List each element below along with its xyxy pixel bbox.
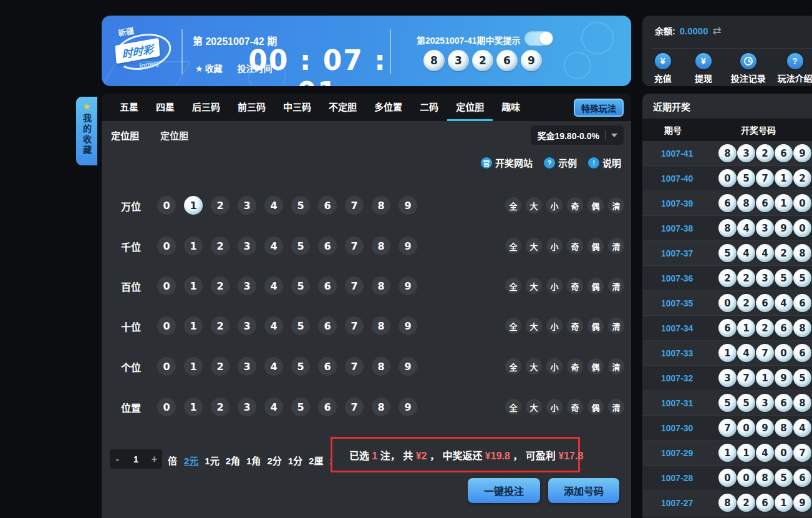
period-link[interactable]: 1007-28 xyxy=(661,473,705,483)
digit-ball-0[interactable]: 0 xyxy=(157,316,176,335)
digit-ball-6[interactable]: 6 xyxy=(318,357,337,376)
period-link[interactable]: 1007-38 xyxy=(661,223,705,233)
link-开奖网站[interactable]: 官开奖网站 xyxy=(481,156,533,169)
my-favorites-tab[interactable]: ★ 我的收藏 xyxy=(76,97,97,165)
digit-ball-3[interactable]: 3 xyxy=(238,196,256,215)
special-plays-button[interactable]: 特殊玩法 xyxy=(574,99,624,117)
digit-ball-3[interactable]: 3 xyxy=(238,276,256,295)
quick-小[interactable]: 小 xyxy=(546,399,563,415)
tab-中三码[interactable]: 中三码 xyxy=(274,94,320,121)
digit-ball-6[interactable]: 6 xyxy=(318,237,337,255)
digit-ball-9[interactable]: 9 xyxy=(399,276,417,295)
quick-奇[interactable]: 奇 xyxy=(567,197,583,213)
tab-定位胆[interactable]: 定位胆 xyxy=(447,94,493,121)
unit-2厘[interactable]: 2厘 xyxy=(309,454,323,467)
link-示例[interactable]: ?示例 xyxy=(544,156,577,169)
digit-ball-1[interactable]: 1 xyxy=(184,237,203,255)
quick-偶[interactable]: 偶 xyxy=(587,278,604,294)
digit-ball-5[interactable]: 5 xyxy=(291,237,310,255)
digit-ball-2[interactable]: 2 xyxy=(211,237,230,255)
digit-ball-1[interactable]: 1 xyxy=(184,398,203,416)
digit-ball-5[interactable]: 5 xyxy=(291,357,310,376)
digit-ball-3[interactable]: 3 xyxy=(238,398,256,416)
period-link[interactable]: 1007-35 xyxy=(661,298,705,308)
minus-button[interactable]: - xyxy=(110,454,125,465)
quick-全[interactable]: 全 xyxy=(505,399,521,415)
quick-偶[interactable]: 偶 xyxy=(587,358,604,374)
unit-2分[interactable]: 2分 xyxy=(267,454,281,467)
quick-偶[interactable]: 偶 xyxy=(587,238,604,254)
digit-ball-5[interactable]: 5 xyxy=(291,316,310,335)
digit-ball-0[interactable]: 0 xyxy=(157,357,176,376)
quick-奇[interactable]: 奇 xyxy=(567,278,583,294)
digit-ball-3[interactable]: 3 xyxy=(238,316,256,335)
digit-ball-6[interactable]: 6 xyxy=(318,398,337,416)
quick-奇[interactable]: 奇 xyxy=(567,399,583,415)
digit-ball-7[interactable]: 7 xyxy=(345,357,364,376)
unit-1角[interactable]: 1角 xyxy=(246,454,261,467)
digit-ball-1[interactable]: 1 xyxy=(184,276,203,295)
tab-多位置[interactable]: 多位置 xyxy=(365,94,411,121)
quick-全[interactable]: 全 xyxy=(505,358,521,374)
quick-清[interactable]: 清 xyxy=(608,318,624,334)
digit-ball-9[interactable]: 9 xyxy=(399,196,417,215)
quick-大[interactable]: 大 xyxy=(526,197,542,213)
digit-ball-8[interactable]: 8 xyxy=(372,398,390,416)
tab-五星[interactable]: 五星 xyxy=(111,94,147,121)
period-link[interactable]: 1007-40 xyxy=(661,173,705,183)
period-link[interactable]: 1007-34 xyxy=(661,323,705,333)
unit-1分[interactable]: 1分 xyxy=(288,454,302,467)
win-tip-toggle[interactable] xyxy=(524,31,553,46)
digit-ball-1[interactable]: 1 xyxy=(184,196,203,215)
tab-趣味[interactable]: 趣味 xyxy=(493,94,529,121)
quick-偶[interactable]: 偶 xyxy=(587,197,604,213)
quick-偶[interactable]: 偶 xyxy=(587,318,604,334)
tab-二码[interactable]: 二码 xyxy=(411,94,447,121)
quick-奇[interactable]: 奇 xyxy=(567,318,583,334)
period-link[interactable]: 1007-27 xyxy=(661,498,705,508)
quick-大[interactable]: 大 xyxy=(526,358,542,374)
quick-清[interactable]: 清 xyxy=(608,197,624,213)
digit-ball-7[interactable]: 7 xyxy=(345,276,364,295)
account-action-yen[interactable]: ¥充值 xyxy=(642,53,683,84)
digit-ball-7[interactable]: 7 xyxy=(345,316,364,335)
digit-ball-2[interactable]: 2 xyxy=(211,276,230,295)
unit-1元[interactable]: 1元 xyxy=(205,454,219,467)
digit-ball-6[interactable]: 6 xyxy=(318,316,337,335)
subtab-0[interactable]: 定位胆 xyxy=(111,129,139,142)
tab-四星[interactable]: 四星 xyxy=(147,94,183,121)
digit-ball-0[interactable]: 0 xyxy=(157,196,176,215)
unit-2角[interactable]: 2角 xyxy=(226,454,240,467)
period-link[interactable]: 1007-29 xyxy=(661,448,705,458)
quick-全[interactable]: 全 xyxy=(505,238,521,254)
quick-全[interactable]: 全 xyxy=(505,278,521,294)
prize-rate-dropdown[interactable]: 奖金19.80-0.0% xyxy=(531,125,624,145)
quick-清[interactable]: 清 xyxy=(608,238,624,254)
quick-大[interactable]: 大 xyxy=(526,238,542,254)
digit-ball-8[interactable]: 8 xyxy=(372,357,390,376)
digit-ball-2[interactable]: 2 xyxy=(211,398,230,416)
quick-清[interactable]: 清 xyxy=(608,399,624,415)
period-link[interactable]: 1007-33 xyxy=(661,348,705,358)
link-说明[interactable]: !说明 xyxy=(588,156,621,169)
digit-ball-5[interactable]: 5 xyxy=(291,398,310,416)
quick-清[interactable]: 清 xyxy=(608,358,624,374)
tab-前三码[interactable]: 前三码 xyxy=(229,94,274,121)
favorite-button[interactable]: ★收藏 xyxy=(195,62,223,74)
quick-小[interactable]: 小 xyxy=(546,238,563,254)
quick-小[interactable]: 小 xyxy=(546,358,563,374)
digit-ball-8[interactable]: 8 xyxy=(372,276,390,295)
digit-ball-2[interactable]: 2 xyxy=(211,316,230,335)
quick-小[interactable]: 小 xyxy=(546,278,563,294)
period-link[interactable]: 1007-31 xyxy=(661,398,705,408)
digit-ball-9[interactable]: 9 xyxy=(399,237,417,255)
digit-ball-5[interactable]: 5 xyxy=(291,276,310,295)
digit-ball-4[interactable]: 4 xyxy=(264,196,283,215)
quick-大[interactable]: 大 xyxy=(526,399,542,415)
digit-ball-4[interactable]: 4 xyxy=(264,276,283,295)
account-action-clock[interactable]: 投注记录 xyxy=(724,53,773,84)
period-link[interactable]: 1007-32 xyxy=(661,373,705,383)
digit-ball-7[interactable]: 7 xyxy=(345,237,364,255)
quick-bet-button[interactable]: 一键投注 xyxy=(468,478,540,503)
period-link[interactable]: 1007-37 xyxy=(661,248,705,258)
